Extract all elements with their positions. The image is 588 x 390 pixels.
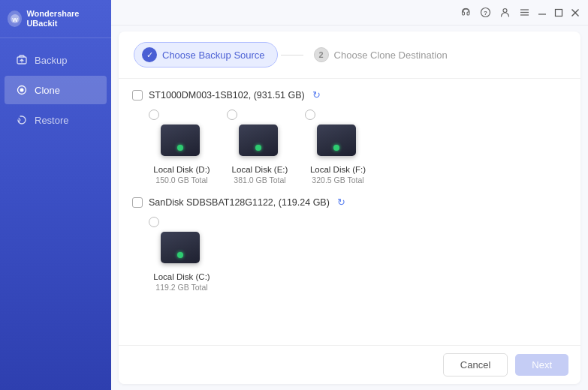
- svg-text:W: W: [12, 16, 18, 23]
- app-logo: W Wondershare UBackit: [0, 0, 111, 38]
- logo-icon: W: [8, 10, 22, 27]
- svg-text:?: ?: [484, 10, 487, 16]
- sidebar-item-backup[interactable]: Backup: [5, 46, 107, 74]
- app-name: Wondershare UBackit: [26, 9, 102, 28]
- refresh-icon-st1000[interactable]: ↻: [311, 89, 322, 100]
- refresh-icon-sandisk[interactable]: ↻: [336, 196, 347, 208]
- step-source-label: Choose Backup Source: [162, 50, 265, 61]
- user-icon[interactable]: [498, 6, 511, 20]
- disk-radio-c[interactable]: [149, 217, 159, 227]
- drive-group-label-st1000: ST1000DM003-1SB102, (931.51 GB): [149, 90, 305, 100]
- disk-size-e: 381.0 GB Total: [234, 176, 285, 184]
- drive-group-st1000: ST1000DM003-1SB102, (931.51 GB) ↻ Local …: [132, 89, 567, 184]
- step-destination-label: Choose Clone Destination: [334, 50, 448, 61]
- clone-label: Clone: [35, 85, 60, 96]
- disk-item-d[interactable]: Local Disk (D:) 150.0 GB Total: [149, 110, 215, 184]
- maximize-button[interactable]: [553, 8, 564, 18]
- step-2-circle: 2: [314, 47, 329, 62]
- disk-name-c: Local Disk (C:): [153, 272, 210, 281]
- backup-label: Backup: [35, 55, 67, 66]
- step-destination[interactable]: 2 Choose Clone Destination: [306, 43, 460, 67]
- disk-name-d: Local Disk (D:): [153, 165, 210, 174]
- sidebar: W Wondershare UBackit Backup Clone: [0, 0, 111, 390]
- drive-group-label-sandisk: SanDisk SDBSBAT128G1122, (119.24 GB): [149, 197, 330, 208]
- drive-group-checkbox-sandisk[interactable]: [132, 197, 143, 208]
- disk-size-d: 150.0 GB Total: [155, 176, 207, 184]
- svg-point-4: [20, 88, 24, 92]
- step-source[interactable]: ✓ Choose Backup Source: [134, 42, 278, 68]
- disk-radio-e[interactable]: [227, 110, 237, 120]
- headset-icon[interactable]: [459, 6, 472, 20]
- next-button[interactable]: Next: [515, 354, 568, 376]
- drive-group-header-sandisk: SanDisk SDBSBAT128G1122, (119.24 GB) ↻: [132, 196, 567, 208]
- disk-grid-sandisk: Local Disk (C:) 119.2 GB Total: [132, 217, 567, 292]
- minimize-button[interactable]: [537, 8, 547, 18]
- disk-image-f: [317, 124, 359, 160]
- titlebar: ?: [111, 0, 588, 26]
- sidebar-nav: Backup Clone Restore: [0, 38, 111, 134]
- steps-header: ✓ Choose Backup Source 2 Choose Clone De…: [119, 32, 580, 79]
- disk-grid-st1000: Local Disk (D:) 150.0 GB Total Local Dis…: [132, 110, 567, 184]
- menu-icon[interactable]: [517, 6, 531, 20]
- sidebar-item-clone[interactable]: Clone: [5, 76, 107, 104]
- drive-group-sandisk: SanDisk SDBSBAT128G1122, (119.24 GB) ↻ L…: [132, 196, 567, 292]
- drives-area: ST1000DM003-1SB102, (931.51 GB) ↻ Local …: [119, 79, 580, 345]
- question-icon[interactable]: ?: [478, 6, 492, 20]
- disk-item-c[interactable]: Local Disk (C:) 119.2 GB Total: [149, 217, 215, 292]
- disk-size-c: 119.2 GB Total: [155, 283, 207, 292]
- disk-image-d: [161, 124, 203, 160]
- backup-icon: [15, 53, 29, 67]
- disk-size-f: 320.5 GB Total: [312, 176, 363, 184]
- step-check-icon: ✓: [142, 47, 157, 62]
- step-divider: [281, 55, 303, 56]
- disk-item-f[interactable]: Local Disk (F:) 320.5 GB Total: [305, 110, 371, 184]
- disk-image-c: [161, 232, 203, 268]
- disk-radio-d[interactable]: [149, 110, 159, 120]
- cancel-button[interactable]: Cancel: [443, 353, 508, 376]
- drive-group-checkbox-st1000[interactable]: [132, 90, 143, 100]
- sidebar-item-restore[interactable]: Restore: [5, 106, 107, 134]
- disk-image-e: [239, 124, 281, 160]
- main-area: ?: [111, 0, 588, 390]
- svg-rect-12: [556, 9, 562, 16]
- disk-radio-f[interactable]: [305, 110, 315, 120]
- disk-item-e[interactable]: Local Disk (E:) 381.0 GB Total: [227, 110, 293, 184]
- content-card: ✓ Choose Backup Source 2 Choose Clone De…: [119, 32, 580, 384]
- restore-label: Restore: [35, 115, 69, 126]
- disk-name-f: Local Disk (F:): [310, 165, 366, 174]
- footer: Cancel Next: [119, 345, 580, 384]
- disk-name-e: Local Disk (E:): [232, 165, 288, 174]
- clone-icon: [15, 83, 29, 97]
- drive-group-header-st1000: ST1000DM003-1SB102, (931.51 GB) ↻: [132, 89, 567, 100]
- close-button[interactable]: [570, 8, 580, 18]
- restore-icon: [15, 113, 29, 127]
- svg-point-7: [503, 9, 507, 13]
